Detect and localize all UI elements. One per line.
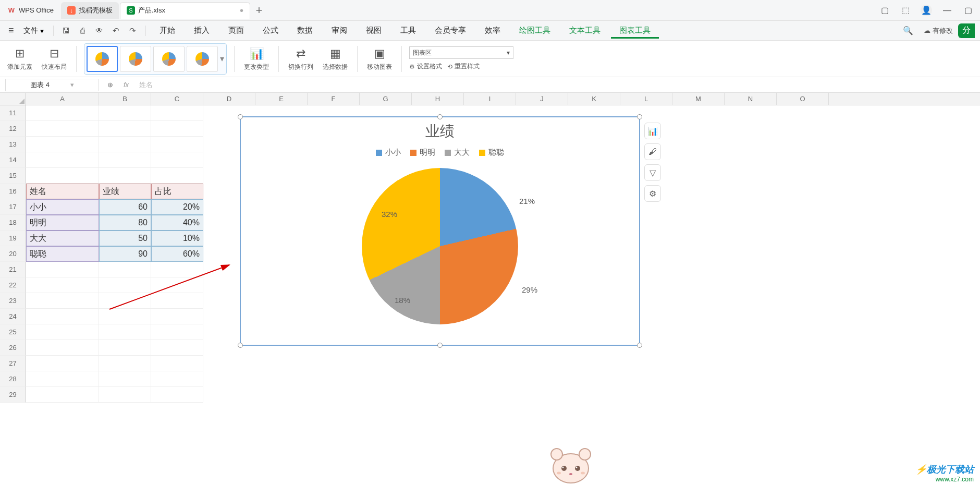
header-pct[interactable]: 占比 bbox=[151, 184, 203, 199]
legend-item[interactable]: 聪聪 bbox=[479, 148, 504, 158]
resize-handle[interactable] bbox=[637, 114, 642, 119]
add-tab-button[interactable]: + bbox=[251, 3, 267, 18]
row-28[interactable]: 28 bbox=[0, 371, 26, 387]
chart-object[interactable]: 业绩 小小 明明 大大 聪聪 21% 29% 18% 32% 📊 🖌 ▽ ⚙ bbox=[240, 116, 640, 346]
header-name[interactable]: 姓名 bbox=[26, 184, 99, 199]
row-26[interactable]: 26 bbox=[0, 340, 26, 356]
col-J[interactable]: J bbox=[516, 93, 568, 105]
cell-pct[interactable]: 20% bbox=[151, 199, 203, 215]
cell-pct[interactable]: 40% bbox=[151, 215, 203, 231]
legend-item[interactable]: 小小 bbox=[376, 148, 401, 158]
chart-elements-button[interactable]: 📊 bbox=[644, 123, 661, 139]
col-N[interactable]: N bbox=[725, 93, 777, 105]
select-data-button[interactable]: ▦ 选择数据 bbox=[321, 46, 350, 71]
chart-area-select[interactable]: 图表区 ▾ bbox=[409, 46, 513, 59]
maximize-button[interactable]: ▢ bbox=[962, 5, 974, 16]
cell-perf[interactable]: 50 bbox=[99, 231, 151, 246]
minimize-button[interactable]: — bbox=[941, 5, 953, 16]
hamburger-icon[interactable]: ≡ bbox=[5, 25, 17, 36]
col-C[interactable]: C bbox=[151, 93, 203, 105]
row-20[interactable]: 20 bbox=[0, 246, 26, 262]
pie-slices[interactable] bbox=[362, 168, 518, 324]
header-perf[interactable]: 业绩 bbox=[99, 184, 151, 199]
switch-rowcol-button[interactable]: ⇄ 切换行列 bbox=[286, 46, 315, 71]
menu-text-tools[interactable]: 文本工具 bbox=[561, 22, 609, 39]
menu-review[interactable]: 审阅 bbox=[323, 22, 356, 39]
file-menu[interactable]: 文件 ▾ bbox=[19, 24, 48, 38]
menu-tools[interactable]: 工具 bbox=[392, 22, 424, 39]
legend-item[interactable]: 明明 bbox=[410, 148, 435, 158]
col-H[interactable]: H bbox=[412, 93, 464, 105]
menu-formula[interactable]: 公式 bbox=[254, 22, 287, 39]
menu-chart-tools[interactable]: 图表工具 bbox=[611, 22, 659, 39]
row-13[interactable]: 13 bbox=[0, 137, 26, 152]
print-icon[interactable]: ⎙ bbox=[76, 23, 90, 38]
tab-template[interactable]: ↓ 找稻壳模板 bbox=[61, 2, 119, 19]
redo-icon[interactable]: ↷ bbox=[126, 23, 140, 38]
col-D[interactable]: D bbox=[203, 93, 255, 105]
resize-handle[interactable] bbox=[238, 114, 243, 119]
chart-legend[interactable]: 小小 明明 大大 聪聪 bbox=[241, 148, 639, 158]
avatar-icon[interactable]: 👤 bbox=[921, 5, 932, 16]
chart-filter-button[interactable]: ▽ bbox=[644, 164, 661, 181]
row-11[interactable]: 11 bbox=[0, 105, 26, 121]
menu-insert[interactable]: 插入 bbox=[186, 22, 218, 39]
pie-chart[interactable]: 21% 29% 18% 32% bbox=[241, 168, 639, 324]
col-A[interactable]: A bbox=[26, 93, 99, 105]
cell-perf[interactable]: 60 bbox=[99, 199, 151, 215]
col-O[interactable]: O bbox=[777, 93, 829, 105]
cell-name[interactable]: 大大 bbox=[26, 231, 99, 246]
menu-page[interactable]: 页面 bbox=[220, 22, 252, 39]
row-21[interactable]: 21 bbox=[0, 262, 26, 277]
preview-icon[interactable]: 👁 bbox=[92, 23, 107, 38]
row-12[interactable]: 12 bbox=[0, 121, 26, 137]
sync-status[interactable]: ☁有修改 bbox=[924, 26, 953, 35]
chart-style-button[interactable]: 🖌 bbox=[644, 143, 661, 160]
tab-document[interactable]: S 产品.xlsx • bbox=[120, 2, 250, 19]
cell-perf[interactable]: 90 bbox=[99, 246, 151, 262]
col-K[interactable]: K bbox=[568, 93, 620, 105]
window-layout-icon[interactable]: ▢ bbox=[879, 5, 890, 16]
cell-name[interactable]: 小小 bbox=[26, 199, 99, 215]
menu-member[interactable]: 会员专享 bbox=[426, 22, 474, 39]
col-E[interactable]: E bbox=[255, 93, 308, 105]
chart-title[interactable]: 业绩 bbox=[241, 117, 639, 141]
set-format-button[interactable]: ⚙设置格式 bbox=[409, 62, 442, 71]
row-23[interactable]: 23 bbox=[0, 293, 26, 309]
row-27[interactable]: 27 bbox=[0, 356, 26, 371]
cube-icon[interactable]: ⬚ bbox=[900, 5, 911, 16]
row-18[interactable]: 18 bbox=[0, 215, 26, 231]
share-button[interactable]: 分 bbox=[958, 23, 975, 38]
resize-handle[interactable] bbox=[437, 114, 443, 119]
col-L[interactable]: L bbox=[620, 93, 672, 105]
row-24[interactable]: 24 bbox=[0, 309, 26, 324]
row-16[interactable]: 16 bbox=[0, 184, 26, 199]
resize-handle[interactable] bbox=[437, 343, 443, 348]
sheet-area[interactable]: A B C D E F G H I J K L M N O 1112131415… bbox=[0, 93, 980, 484]
row-14[interactable]: 14 bbox=[0, 152, 26, 168]
cell-pct[interactable]: 60% bbox=[151, 246, 203, 262]
col-I[interactable]: I bbox=[464, 93, 516, 105]
chart-settings-button[interactable]: ⚙ bbox=[644, 185, 661, 202]
fx-icon[interactable]: fx bbox=[124, 81, 129, 89]
name-box[interactable]: 图表 4 ▾ bbox=[5, 79, 99, 91]
cell-name[interactable]: 明明 bbox=[26, 215, 99, 231]
cell-perf[interactable]: 80 bbox=[99, 215, 151, 231]
cell-name[interactable]: 聪聪 bbox=[26, 246, 99, 262]
resize-handle[interactable] bbox=[637, 343, 642, 348]
row-25[interactable]: 25 bbox=[0, 324, 26, 340]
move-chart-button[interactable]: ▣ 移动图表 bbox=[365, 46, 394, 71]
col-M[interactable]: M bbox=[672, 93, 725, 105]
menu-drawing-tools[interactable]: 绘图工具 bbox=[511, 22, 559, 39]
legend-item[interactable]: 大大 bbox=[445, 148, 470, 158]
undo-icon[interactable]: ↶ bbox=[109, 23, 124, 38]
style-thumb-3[interactable] bbox=[153, 46, 185, 72]
col-B[interactable]: B bbox=[99, 93, 151, 105]
search-icon[interactable]: 🔍 bbox=[898, 26, 918, 35]
quick-layout-button[interactable]: ⊟ 快速布局 bbox=[40, 46, 69, 71]
col-G[interactable]: G bbox=[360, 93, 412, 105]
row-19[interactable]: 19 bbox=[0, 231, 26, 246]
row-22[interactable]: 22 bbox=[0, 277, 26, 293]
style-thumb-2[interactable] bbox=[120, 46, 151, 72]
row-15[interactable]: 15 bbox=[0, 168, 26, 184]
